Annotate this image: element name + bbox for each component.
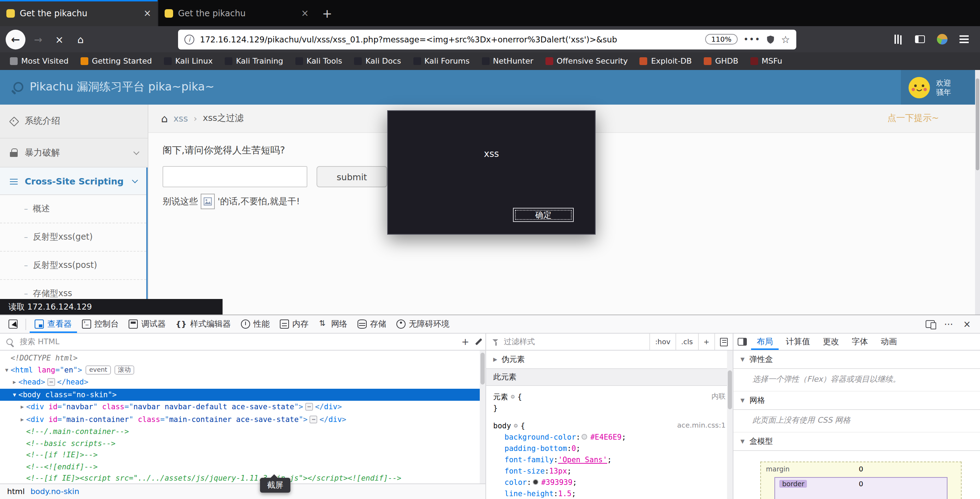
twisty-open-icon[interactable]: ▼ (11, 389, 18, 401)
layout-tab-计算值[interactable]: 计算值 (780, 333, 816, 350)
bookmark-item[interactable]: Kali Linux (164, 57, 213, 66)
submit-button[interactable]: submit (317, 166, 387, 187)
responsive-design-icon[interactable] (926, 320, 935, 328)
tab-close-icon[interactable]: × (143, 8, 151, 18)
create-node-icon[interactable]: + (461, 336, 469, 347)
expand-ellipsis-icon[interactable]: ⋯ (305, 403, 313, 411)
hint-toggle-link[interactable]: 点一下提示~ (888, 112, 939, 124)
css-declaration[interactable]: font-family: 'Open Sans'; (486, 454, 733, 465)
breadcrumb-section[interactable]: xss (173, 113, 188, 124)
alert-ok-button[interactable]: 确定 (513, 208, 574, 222)
twisty-closed-icon[interactable]: ▶ (18, 414, 26, 426)
box-model-section-header[interactable]: ▼ 盒模型 (733, 432, 980, 451)
expand-ellipsis-icon[interactable]: ⋯ (47, 378, 55, 386)
css-declaration[interactable]: background-color: #E4E6E9; (486, 431, 733, 442)
markup-line[interactable]: ▶<div id="navbar" class="navbar navbar-d… (0, 401, 480, 413)
devtools-tab-网络[interactable]: 网络 (313, 315, 352, 333)
twisty-open-icon[interactable]: ▼ (3, 364, 11, 376)
scrollbar-thumb[interactable] (480, 353, 485, 384)
markup-line[interactable]: <!--[if !IE]>--> (0, 449, 480, 461)
library-icon[interactable] (894, 35, 903, 44)
layout-tab-动画[interactable]: 动画 (875, 333, 903, 350)
bookmark-item[interactable]: Kali Forums (413, 57, 469, 66)
site-info-icon[interactable]: i (185, 34, 194, 44)
page-scrollbar[interactable] (975, 70, 980, 314)
markup-line[interactable]: <!--<![endif]--> (0, 461, 480, 472)
box-model-margin[interactable]: margin 0 border 0 (760, 462, 962, 499)
welcome-box[interactable]: 欢迎 骚年 (901, 70, 980, 105)
markup-line[interactable]: <!DOCTYPE html> (0, 352, 480, 363)
bookmark-item[interactable]: Getting Started (81, 57, 152, 66)
twisty-closed-icon[interactable]: ▶ (493, 356, 498, 363)
markup-scrollbar[interactable] (480, 351, 485, 483)
twisty-closed-icon[interactable]: ▶ (18, 402, 26, 413)
css-declaration[interactable]: font-size: 13px; (486, 465, 733, 477)
border-top-value[interactable]: 0 (859, 480, 864, 488)
home-button[interactable]: ⌂ (72, 33, 89, 45)
pseudo-elements-section[interactable]: ▶ 伪元素 (486, 351, 733, 369)
markup-line[interactable]: <!--basic scripts--> (0, 437, 480, 449)
new-tab-button[interactable]: + (315, 0, 339, 26)
rules-scrollbar[interactable] (727, 351, 733, 499)
bookmark-item[interactable]: GHDB (704, 57, 738, 66)
crumb-html[interactable]: html (7, 487, 25, 496)
markup-line[interactable]: <!--[if IE]><script src="../../assets/js… (0, 472, 480, 483)
scrollbar-thumb[interactable] (728, 370, 732, 409)
color-swatch-icon[interactable] (582, 434, 587, 440)
layout-tab-布局[interactable]: 布局 (751, 333, 779, 350)
twisty-open-icon[interactable]: ▼ (740, 356, 745, 363)
forward-button[interactable]: → (30, 33, 47, 45)
devtools-tab-无障碍环境[interactable]: 无障碍环境 (391, 315, 454, 333)
gear-icon[interactable] (508, 390, 517, 402)
tab-close-icon[interactable]: × (301, 8, 309, 18)
twisty-open-icon[interactable]: ▼ (740, 397, 745, 403)
markup-line[interactable]: ▶<head>⋯</head> (0, 376, 480, 388)
search-html-input[interactable]: 搜索 HTML (20, 336, 59, 347)
sidebar-subitem[interactable]: –概述 (0, 195, 146, 223)
node-badge[interactable]: 滚动 (115, 365, 134, 374)
devtools-tab-存储[interactable]: 存储 (352, 315, 391, 333)
markup-line[interactable]: ▼<body class="no-skin"> (0, 388, 480, 401)
layout-tab-字体[interactable]: 字体 (846, 333, 873, 350)
node-badge[interactable]: event (86, 365, 111, 374)
url-text[interactable]: 172.16.124.129/pikachu/vul/xss/xss_01.ph… (200, 34, 699, 44)
sidebar-toggle-icon[interactable] (915, 35, 925, 43)
margin-top-value[interactable]: 0 (859, 465, 864, 473)
color-swatch-icon[interactable] (533, 479, 538, 485)
browser-tab-inactive[interactable]: Get the pikachu × (158, 0, 315, 26)
back-button[interactable]: ← (6, 29, 25, 49)
devtools-tab-性能[interactable]: 性能 (235, 315, 275, 333)
devtools-menu-icon[interactable]: ⋯ (944, 319, 954, 329)
pane-toggle-icon[interactable] (738, 338, 747, 346)
home-breadcrumb-icon[interactable]: ⌂ (161, 112, 168, 125)
bookmark-star-icon[interactable]: ☆ (781, 33, 790, 45)
box-model-border[interactable]: border 0 (775, 477, 948, 499)
expand-ellipsis-icon[interactable]: ⋯ (310, 415, 318, 423)
sidebar-subitem[interactable]: –反射型xss(post) (0, 252, 146, 280)
sidebar-item-brute-force[interactable]: 暴力破解 (0, 139, 148, 167)
bookmark-item[interactable]: Kali Docs (354, 57, 401, 66)
stylesheet-link[interactable]: ace.min.css:1 (677, 419, 725, 431)
flexbox-section-header[interactable]: ▼ 弹性盒 (733, 351, 980, 369)
bookmark-item[interactable]: Offensive Security (546, 57, 628, 66)
css-declaration[interactable]: line-height: 1.5; (486, 488, 733, 499)
twisty-open-icon[interactable]: ▼ (740, 438, 745, 445)
devtools-tab-样式编辑器[interactable]: {}样式编辑器 (171, 315, 235, 333)
markup-line[interactable]: ▼<html lang="en">event滚动 (0, 363, 480, 376)
sidebar-subitem[interactable]: –反射型xss(get) (0, 223, 146, 252)
toggle-class-button[interactable]: .cls (676, 333, 698, 350)
sidebar-item-xss[interactable]: Cross-Site Scripting (0, 167, 146, 195)
devtools-tab-内存[interactable]: 内存 (275, 315, 313, 333)
url-bar[interactable]: i 172.16.124.129/pikachu/vul/xss/xss_01.… (178, 29, 796, 49)
twisty-closed-icon[interactable]: ▶ (11, 377, 18, 388)
markup-line[interactable]: ▶<div id="main-container" class="main-co… (0, 413, 480, 426)
css-declaration[interactable]: color: #393939; (486, 477, 733, 488)
body-rule-selector[interactable]: body{ ace.min.css:1 (486, 419, 733, 431)
bookmark-item[interactable]: Kali Training (225, 57, 283, 66)
sidebar-item-system-intro[interactable]: 系统介绍 (0, 105, 148, 139)
tracking-shield-icon[interactable] (766, 34, 775, 44)
layout-tab-更改[interactable]: 更改 (817, 333, 845, 350)
filter-styles-input[interactable]: 过滤样式 (504, 336, 535, 347)
markup-line[interactable]: <!--/.main-container--> (0, 426, 480, 437)
grid-section-header[interactable]: ▼ 网格 (733, 392, 980, 410)
